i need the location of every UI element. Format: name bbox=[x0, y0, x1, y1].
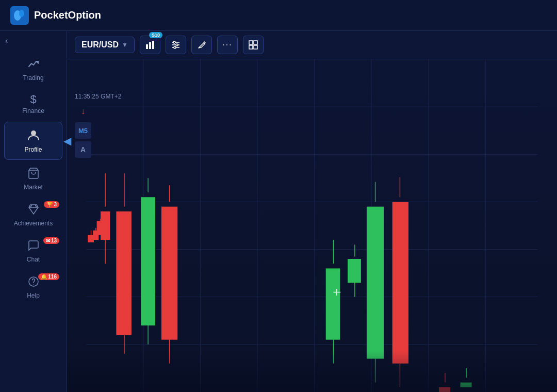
profile-arrow-indicator: ◀ bbox=[63, 135, 71, 147]
svg-rect-47 bbox=[97, 221, 104, 235]
main-content: EUR/USD ▼ S10 bbox=[67, 31, 557, 392]
svg-rect-55 bbox=[326, 268, 340, 339]
sidebar-item-achievements[interactable]: Achievements 🏆 3 bbox=[0, 197, 67, 233]
layout-button[interactable] bbox=[243, 36, 264, 54]
chat-icon bbox=[27, 239, 40, 254]
svg-rect-19 bbox=[249, 41, 253, 44]
svg-rect-42 bbox=[116, 211, 131, 335]
svg-rect-58 bbox=[348, 259, 361, 283]
toolbar: EUR/USD ▼ S10 bbox=[67, 31, 557, 59]
svg-rect-66 bbox=[392, 202, 408, 363]
chat-badge-icon: ✉ bbox=[46, 238, 50, 243]
svg-point-16 bbox=[173, 41, 175, 43]
chart-area: 11:35:25 GMT+2 ↓ M5 A bbox=[67, 59, 557, 392]
svg-rect-20 bbox=[254, 41, 257, 44]
indicator-auto[interactable]: A bbox=[75, 141, 91, 158]
svg-point-17 bbox=[176, 44, 178, 46]
more-button[interactable]: ··· bbox=[217, 36, 238, 54]
achievements-icon bbox=[27, 203, 40, 218]
finance-icon: $ bbox=[30, 94, 36, 105]
svg-rect-12 bbox=[152, 41, 154, 49]
chat-badge: ✉ 13 bbox=[43, 237, 59, 244]
svg-rect-21 bbox=[249, 45, 253, 49]
achievements-badge: 🏆 3 bbox=[44, 201, 59, 208]
svg-rect-69 bbox=[439, 387, 450, 392]
more-icon: ··· bbox=[222, 40, 232, 50]
svg-point-18 bbox=[174, 46, 176, 48]
svg-point-2 bbox=[19, 10, 24, 17]
sidebar-item-finance-label: Finance bbox=[22, 107, 44, 115]
svg-rect-52 bbox=[161, 207, 177, 340]
collapse-button[interactable]: ‹ bbox=[5, 36, 8, 45]
svg-rect-71 bbox=[460, 383, 471, 387]
sidebar-item-trading[interactable]: Trading bbox=[0, 52, 67, 88]
sidebar-item-chat-label: Chat bbox=[27, 256, 40, 263]
trading-icon bbox=[27, 58, 40, 72]
svg-rect-22 bbox=[254, 45, 257, 49]
achievements-badge-icon: 🏆 bbox=[46, 202, 53, 207]
svg-point-3 bbox=[31, 130, 36, 136]
sidebar: ‹ Trading $ Finance Profi bbox=[0, 31, 67, 392]
sidebar-item-market-label: Market bbox=[24, 184, 43, 191]
svg-rect-10 bbox=[146, 44, 148, 49]
body-container: ‹ Trading $ Finance Profi bbox=[0, 31, 557, 392]
sidebar-item-finance[interactable]: $ Finance bbox=[0, 88, 67, 121]
logo-icon bbox=[10, 6, 29, 25]
help-icon bbox=[27, 275, 40, 290]
sidebar-item-market[interactable]: Market bbox=[0, 161, 67, 197]
logo-text: PocketOption bbox=[34, 9, 101, 21]
indicator-arrow-down[interactable]: ↓ bbox=[75, 103, 91, 120]
sidebar-item-help-label: Help bbox=[27, 292, 40, 299]
help-badge-icon: 🔔 bbox=[41, 274, 47, 280]
candlestick-chart bbox=[67, 59, 557, 392]
sidebar-item-trading-label: Trading bbox=[23, 74, 43, 81]
indicators-button[interactable] bbox=[166, 36, 186, 54]
pair-label: EUR/USD bbox=[81, 40, 119, 50]
chart-indicators-panel: ↓ M5 A bbox=[75, 103, 91, 158]
sidebar-item-chat[interactable]: Chat ✉ 13 bbox=[0, 233, 67, 269]
svg-rect-11 bbox=[149, 42, 151, 49]
svg-rect-63 bbox=[367, 207, 384, 359]
draw-button[interactable] bbox=[191, 36, 212, 54]
chart-timestamp: 11:35:25 GMT+2 bbox=[75, 93, 121, 100]
chart-type-button[interactable]: S10 bbox=[140, 36, 160, 54]
pair-selector[interactable]: EUR/USD ▼ bbox=[75, 37, 135, 53]
sidebar-item-profile-label: Profile bbox=[24, 146, 42, 153]
pair-dropdown-arrow: ▼ bbox=[122, 41, 128, 48]
sidebar-item-achievements-label: Achievements bbox=[14, 220, 53, 227]
header: PocketOption bbox=[0, 0, 557, 31]
profile-icon bbox=[27, 128, 40, 144]
indicator-ms[interactable]: M5 bbox=[75, 122, 91, 139]
sidebar-item-profile[interactable]: Profile ◀ bbox=[4, 122, 62, 160]
help-badge: 🔔 116 bbox=[38, 273, 59, 280]
market-icon bbox=[27, 167, 40, 182]
sidebar-item-help[interactable]: Help 🔔 116 bbox=[0, 269, 67, 305]
s10-badge: S10 bbox=[149, 32, 162, 38]
logo-area: PocketOption bbox=[10, 6, 101, 25]
svg-point-9 bbox=[33, 284, 34, 285]
svg-rect-49 bbox=[141, 197, 155, 325]
